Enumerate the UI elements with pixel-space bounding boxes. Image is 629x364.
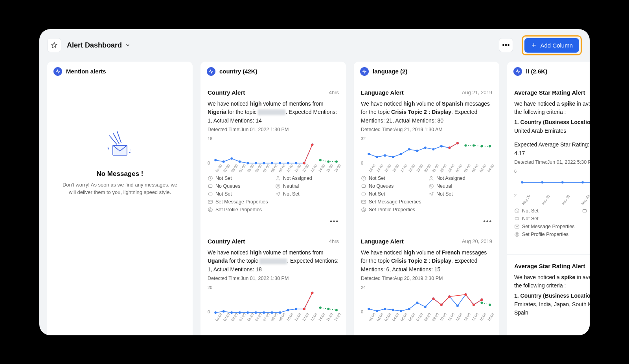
svg-point-62 bbox=[408, 148, 410, 150]
column-header[interactable]: country (42K) bbox=[200, 62, 346, 81]
svg-point-55 bbox=[327, 308, 329, 309]
svg-point-66 bbox=[441, 145, 442, 147]
card-message: We have noticed a spike in average star … bbox=[514, 273, 590, 290]
alert-card[interactable]: Average Star Rating AlertWe have noticed… bbox=[507, 254, 590, 320]
svg-point-70 bbox=[457, 142, 458, 144]
dashboard-title-dropdown[interactable]: Alert Dashboard bbox=[67, 41, 131, 49]
svg-point-17 bbox=[279, 162, 281, 164]
svg-point-71 bbox=[465, 145, 466, 146]
svg-point-106 bbox=[473, 304, 475, 305]
card-message: We have noticed high volume of mentions … bbox=[208, 100, 339, 125]
svg-point-11 bbox=[231, 157, 232, 159]
alert-card[interactable]: Country Alert4hrsWe have noticed high vo… bbox=[200, 81, 346, 230]
meta-msg-props[interactable]: Set Message Properties bbox=[361, 199, 492, 205]
meta-send[interactable]: Not Set bbox=[429, 191, 492, 197]
svg-point-56 bbox=[336, 309, 337, 311]
svg-point-94 bbox=[425, 306, 426, 307]
svg-point-58 bbox=[376, 156, 378, 157]
meta-msg-props[interactable]: Set Message Properties bbox=[208, 199, 339, 205]
card-time: 4hrs bbox=[329, 238, 339, 244]
card-more-button[interactable]: ••• bbox=[514, 241, 590, 251]
svg-point-88 bbox=[376, 310, 378, 311]
alert-card[interactable]: Language AlertAug 20, 2019We have notice… bbox=[354, 230, 499, 327]
svg-point-102 bbox=[432, 298, 434, 299]
card-message: We have noticed high volume of French me… bbox=[361, 249, 492, 274]
svg-point-13 bbox=[247, 162, 248, 164]
card-detected-time: Detected Time:Aug 20, 2019 2:30 PM bbox=[361, 276, 492, 281]
svg-point-92 bbox=[408, 308, 410, 309]
column-header[interactable]: Mention alerts bbox=[47, 62, 193, 81]
column-header[interactable]: li (2.6K) bbox=[507, 62, 590, 81]
svg-point-89 bbox=[384, 308, 386, 309]
card-title: Language Alert bbox=[361, 238, 404, 245]
svg-point-39 bbox=[215, 311, 216, 313]
empty-state: No Messages ! Don't worry! As soon as we… bbox=[47, 81, 193, 196]
svg-rect-120 bbox=[515, 225, 519, 228]
alert-card[interactable]: Average Star Rating AlertWe have noticed… bbox=[507, 81, 590, 254]
card-title: Average Star Rating Alert bbox=[514, 89, 585, 96]
favorite-button[interactable] bbox=[47, 38, 61, 52]
meta-tag[interactable]: Not Set bbox=[514, 216, 578, 221]
svg-point-64 bbox=[425, 147, 426, 148]
svg-rect-84 bbox=[362, 200, 366, 203]
svg-point-59 bbox=[384, 154, 386, 156]
alert-card[interactable]: Language AlertAug 21, 2019We have notice… bbox=[354, 81, 499, 230]
alert-card[interactable]: Country Alert4hrsWe have noticed high vo… bbox=[200, 230, 346, 327]
meta-status[interactable]: Not Set bbox=[361, 176, 425, 181]
svg-point-87 bbox=[368, 308, 370, 309]
meta-assigned[interactable]: Not Assigned bbox=[429, 176, 492, 181]
meta-tag[interactable]: Not Set bbox=[361, 191, 425, 197]
card-title: Average Star Rating Alert bbox=[514, 263, 585, 269]
svg-point-107 bbox=[481, 299, 482, 300]
card-message: We have noticed high volume of Spanish m… bbox=[361, 100, 492, 125]
column-title: Mention alerts bbox=[66, 68, 106, 75]
card-detected-time: Detected Time:Jun 01, 2022 5:30 PM bbox=[514, 159, 590, 165]
pulse-icon bbox=[513, 67, 522, 76]
more-menu-button[interactable]: ••• bbox=[499, 38, 513, 52]
plus-icon bbox=[531, 42, 537, 48]
card-title: Country Alert bbox=[208, 238, 245, 245]
pulse-icon bbox=[53, 67, 62, 76]
column-language: language (2) Language AlertAug 21, 2019W… bbox=[354, 62, 499, 335]
svg-point-103 bbox=[441, 304, 442, 305]
svg-point-57 bbox=[368, 153, 370, 154]
meta-status[interactable]: Not Set bbox=[208, 176, 271, 181]
pulse-icon bbox=[360, 67, 369, 76]
add-column-button[interactable]: Add Column bbox=[524, 38, 579, 53]
card-more-button[interactable]: ••• bbox=[208, 216, 339, 227]
svg-rect-119 bbox=[515, 218, 519, 220]
meta-prof-props[interactable]: Set Profile Properties bbox=[514, 232, 590, 237]
svg-point-44 bbox=[255, 311, 257, 313]
svg-point-76 bbox=[430, 176, 432, 178]
meta-queues[interactable]: No Queues bbox=[361, 183, 425, 189]
meta-prof-props[interactable]: Set Profile Properties bbox=[208, 207, 339, 212]
svg-point-28 bbox=[277, 176, 279, 178]
svg-point-18 bbox=[287, 162, 289, 164]
svg-point-15 bbox=[263, 162, 265, 164]
svg-point-19 bbox=[295, 162, 297, 164]
svg-point-109 bbox=[489, 304, 491, 305]
svg-point-110 bbox=[521, 181, 523, 183]
meta-queues[interactable]: No Queues bbox=[582, 208, 590, 214]
card-criteria: 1. Country (Business Location) : United … bbox=[514, 292, 590, 317]
meta-sentiment[interactable]: Neutral bbox=[429, 183, 492, 189]
meta-msg-props[interactable]: Set Message Properties bbox=[514, 224, 590, 229]
meta-sentiment[interactable]: Neutral bbox=[275, 183, 339, 189]
card-more-button[interactable]: ••• bbox=[361, 216, 492, 227]
svg-point-111 bbox=[541, 181, 543, 183]
svg-point-49 bbox=[295, 308, 297, 309]
svg-point-53 bbox=[311, 292, 313, 293]
column-header[interactable]: language (2) bbox=[354, 62, 499, 81]
meta-status[interactable]: Not Set bbox=[514, 208, 578, 214]
meta-queues[interactable]: No Queues bbox=[208, 183, 271, 189]
meta-tag[interactable]: Not Set bbox=[208, 191, 271, 197]
pulse-icon bbox=[207, 67, 215, 76]
svg-point-81 bbox=[432, 185, 432, 186]
meta-prof-props[interactable]: Set Profile Properties bbox=[361, 207, 492, 212]
meta-send[interactable]: Not Set bbox=[275, 191, 339, 197]
svg-point-61 bbox=[400, 153, 402, 154]
meta-assigned[interactable]: Not Assigned bbox=[275, 176, 339, 181]
svg-point-52 bbox=[303, 308, 305, 309]
page-title: Alert Dashboard bbox=[67, 41, 122, 49]
svg-point-86 bbox=[363, 209, 364, 210]
